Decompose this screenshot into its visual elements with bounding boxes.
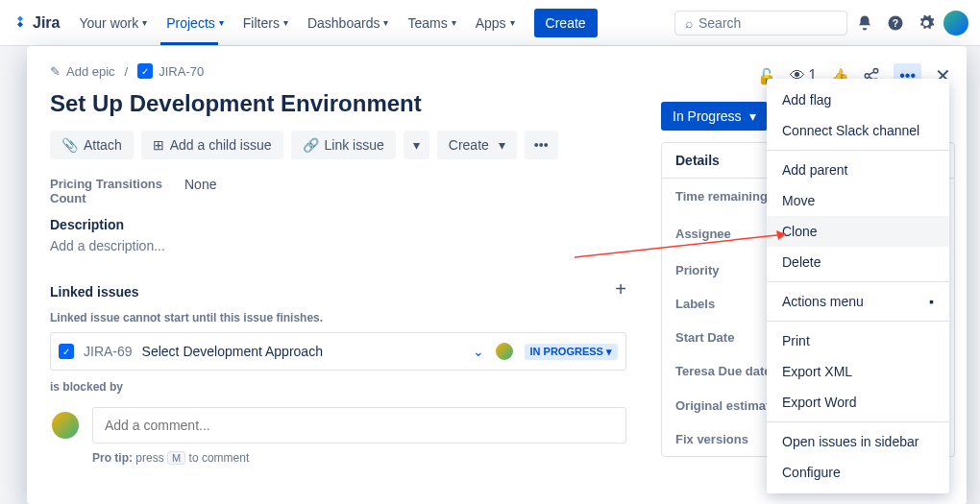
task-icon: ✓ — [137, 63, 153, 79]
menu-configure[interactable]: Configure — [767, 457, 949, 488]
paperclip-icon: 📎 — [61, 137, 78, 153]
status-dropdown[interactable]: In Progress ▾ — [661, 102, 768, 131]
comment-protip: Pro tip: press M to comment — [92, 451, 626, 465]
chevron-down-icon: ▾ — [383, 17, 388, 28]
issue-title[interactable]: Set Up Development Environment — [50, 90, 626, 117]
settings-icon[interactable] — [913, 10, 940, 36]
dots-icon: ••• — [534, 137, 549, 153]
linked-issue-key: JIRA-69 — [84, 344, 133, 359]
chevron-down-icon: ▾ — [510, 17, 515, 28]
chevron-down-icon: ▾ — [142, 17, 147, 28]
submenu-indicator-icon: ▪ — [929, 294, 934, 309]
search-icon: ⌕ — [685, 15, 693, 31]
menu-move[interactable]: Move — [767, 185, 949, 216]
nav-filters[interactable]: Filters▾ — [235, 10, 296, 36]
add-child-button[interactable]: ⊞Add a child issue — [141, 131, 283, 159]
menu-print[interactable]: Print — [767, 325, 949, 356]
description-label: Description — [50, 217, 626, 232]
add-linked-issue-button[interactable]: + — [615, 278, 626, 300]
jira-logo[interactable]: Jira — [12, 14, 60, 32]
menu-export-xml[interactable]: Export XML — [767, 356, 949, 387]
issue-key-link[interactable]: ✓ JIRA-70 — [137, 63, 204, 79]
chevron-down-icon: ▾ — [283, 17, 288, 28]
more-actions-menu: Add flag Connect Slack channel Add paren… — [767, 79, 949, 493]
menu-clone[interactable]: Clone — [767, 216, 949, 247]
nav-teams[interactable]: Teams▾ — [400, 10, 463, 36]
chevron-down-icon: ▾ — [413, 137, 420, 153]
menu-export-word[interactable]: Export Word — [767, 387, 949, 418]
pricing-transitions-value[interactable]: None — [184, 177, 216, 205]
issue-actions: 📎Attach ⊞Add a child issue 🔗Link issue ▾… — [50, 131, 626, 159]
linked-issue-row[interactable]: ✓ JIRA-69 Select Development Approach ⌄ … — [50, 332, 626, 371]
add-epic-link[interactable]: ✎ Add epic — [50, 64, 115, 79]
attach-button[interactable]: 📎Attach — [50, 131, 134, 159]
menu-connect-slack[interactable]: Connect Slack channel — [767, 115, 949, 146]
issue-main-column: ✎ Add epic / ✓ JIRA-70 Set Up Developmen… — [27, 46, 649, 504]
nav-apps[interactable]: Apps▾ — [468, 10, 523, 36]
link-icon: 🔗 — [303, 137, 319, 153]
is-blocked-by-label: is blocked by — [50, 380, 626, 394]
menu-actions-submenu[interactable]: Actions menu▪ — [767, 286, 949, 317]
menu-delete[interactable]: Delete — [767, 247, 949, 277]
nav-projects[interactable]: Projects▾ — [159, 10, 232, 36]
status-badge: IN PROGRESS ▾ — [525, 344, 618, 360]
chevron-down-icon: ▾ — [749, 108, 756, 124]
link-issue-button[interactable]: 🔗Link issue — [291, 131, 396, 159]
nav-dashboards[interactable]: Dashboards▾ — [300, 10, 397, 36]
current-user-avatar — [50, 410, 81, 441]
pencil-icon: ✎ — [50, 64, 61, 79]
subtask-icon: ⊞ — [153, 137, 164, 153]
linked-issues-subtitle: Linked issue cannot start until this iss… — [50, 311, 626, 324]
chevron-down-icon: ▾ — [219, 17, 224, 28]
svg-text:?: ? — [893, 16, 898, 28]
jira-logo-icon — [12, 14, 29, 32]
avatar[interactable] — [943, 11, 968, 36]
more-actions-button[interactable]: ••• — [525, 131, 558, 159]
create-dropdown[interactable]: Create▾ — [437, 131, 517, 159]
comment-input[interactable] — [92, 407, 626, 444]
chevron-down-icon: ▾ — [499, 137, 505, 153]
top-navigation: Jira Your work▾ Projects▾ Filters▾ Dashb… — [0, 0, 980, 46]
chevron-down-icon: ▾ — [452, 17, 456, 28]
menu-add-parent[interactable]: Add parent — [767, 155, 949, 185]
nav-your-work[interactable]: Your work▾ — [71, 10, 155, 36]
linked-issue-title: Select Development Approach — [142, 344, 463, 359]
create-button[interactable]: Create — [534, 9, 598, 37]
notifications-icon[interactable] — [851, 10, 878, 36]
description-field[interactable]: Add a description... — [50, 238, 626, 253]
pricing-transitions-label: Pricing Transitions Count — [50, 177, 184, 205]
breadcrumb: ✎ Add epic / ✓ JIRA-70 — [50, 63, 626, 79]
help-icon[interactable]: ? — [882, 10, 909, 36]
link-dropdown[interactable]: ▾ — [404, 131, 429, 159]
assignee-avatar — [494, 341, 515, 362]
priority-icon: ⌄ — [473, 344, 484, 359]
menu-add-flag[interactable]: Add flag — [767, 84, 949, 115]
search-input[interactable]: ⌕ Search — [674, 11, 847, 36]
menu-open-sidebar[interactable]: Open issues in sidebar — [767, 426, 949, 457]
linked-issues-label: Linked issues — [50, 284, 139, 300]
task-icon: ✓ — [59, 344, 74, 359]
